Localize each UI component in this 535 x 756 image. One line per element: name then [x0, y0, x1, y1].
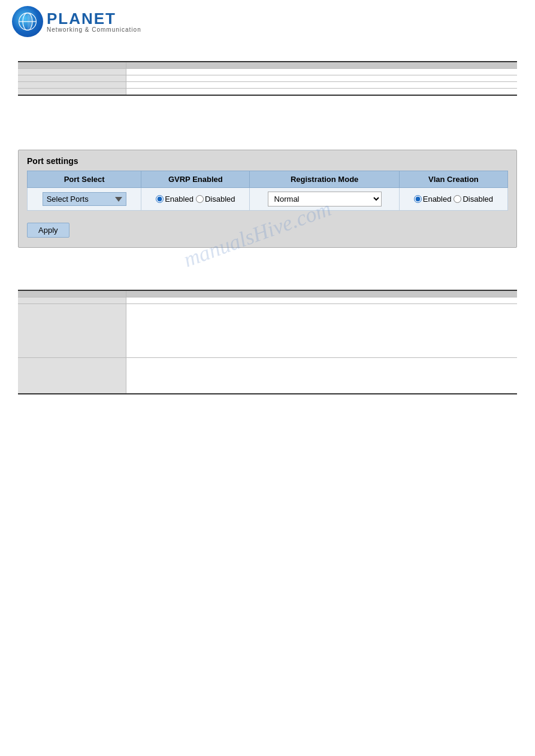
- table-cell: [126, 62, 517, 69]
- logo-icon: [12, 6, 43, 37]
- col-registration-mode: Registration Mode: [250, 171, 399, 188]
- table-row: [18, 75, 517, 82]
- port-select-dropdown[interactable]: Select Ports: [43, 192, 126, 206]
- port-select-cell: Select Ports: [28, 188, 141, 211]
- gvrp-enabled-label[interactable]: Enabled: [156, 195, 194, 204]
- vlan-enabled-radio[interactable]: [414, 195, 422, 203]
- brand-sub: Networking & Communication: [47, 26, 141, 33]
- lower-info-table: [18, 290, 517, 394]
- table-cell: [18, 89, 126, 96]
- vlan-disabled-radio[interactable]: [454, 195, 461, 203]
- table-cell: [18, 304, 126, 358]
- table-cell: [126, 358, 517, 394]
- table-row: [18, 89, 517, 96]
- port-settings-data-row: Select Ports Enabled Disabled: [28, 188, 508, 211]
- table-cell: [126, 82, 517, 89]
- vlan-disabled-label[interactable]: Disabled: [454, 195, 493, 204]
- table-row: [18, 62, 517, 69]
- table-cell: [18, 290, 126, 297]
- table-cell: [18, 297, 126, 304]
- port-settings-title: Port settings: [27, 156, 508, 166]
- port-settings-table: Port Select GVRP Enabled Registration Mo…: [27, 171, 508, 211]
- gvrp-disabled-radio[interactable]: [196, 195, 204, 203]
- table-cell: [126, 290, 517, 297]
- reg-mode-cell: Normal Fixed Forbidden: [250, 188, 399, 211]
- col-gvrp-enabled: GVRP Enabled: [141, 171, 250, 188]
- table-cell: [126, 69, 517, 75]
- table-cell: [126, 89, 517, 96]
- col-vlan-creation: Vlan Creation: [399, 171, 507, 188]
- vlan-enabled-text: Enabled: [423, 195, 452, 204]
- table-row: [18, 82, 517, 89]
- table-cell: [18, 82, 126, 89]
- table-cell: [126, 297, 517, 304]
- gvrp-enabled-radio[interactable]: [156, 195, 164, 203]
- registration-mode-select[interactable]: Normal Fixed Forbidden: [268, 192, 382, 207]
- vlan-disabled-text: Disabled: [463, 195, 493, 204]
- gvrp-enabled-text: Enabled: [165, 195, 194, 204]
- table-row: [18, 297, 517, 304]
- table-cell: [126, 75, 517, 82]
- upper-info-table: [18, 61, 517, 96]
- gvrp-radio-group: Enabled Disabled: [147, 195, 243, 204]
- vlan-radio-group: Enabled Disabled: [406, 195, 501, 204]
- table-cell: [18, 69, 126, 75]
- brand-name: PLANET: [47, 11, 141, 26]
- vlan-creation-cell: Enabled Disabled: [399, 188, 507, 211]
- table-row: [18, 304, 517, 358]
- table-header-row: Port Select GVRP Enabled Registration Mo…: [28, 171, 508, 188]
- table-row: [18, 290, 517, 297]
- gvrp-disabled-label[interactable]: Disabled: [196, 195, 235, 204]
- vlan-enabled-label[interactable]: Enabled: [414, 195, 452, 204]
- table-row: [18, 358, 517, 394]
- table-cell: [18, 62, 126, 69]
- gvrp-disabled-text: Disabled: [205, 195, 235, 204]
- apply-button[interactable]: Apply: [27, 223, 69, 238]
- gvrp-enabled-cell: Enabled Disabled: [141, 188, 250, 211]
- table-row: [18, 69, 517, 75]
- table-cell: [126, 304, 517, 358]
- table-cell: [18, 75, 126, 82]
- col-port-select: Port Select: [28, 171, 141, 188]
- logo-area: PLANET Networking & Communication: [0, 0, 535, 43]
- table-cell: [18, 358, 126, 394]
- port-settings-box: Port settings Port Select GVRP Enabled R…: [18, 150, 517, 248]
- logo-text: PLANET Networking & Communication: [47, 11, 141, 33]
